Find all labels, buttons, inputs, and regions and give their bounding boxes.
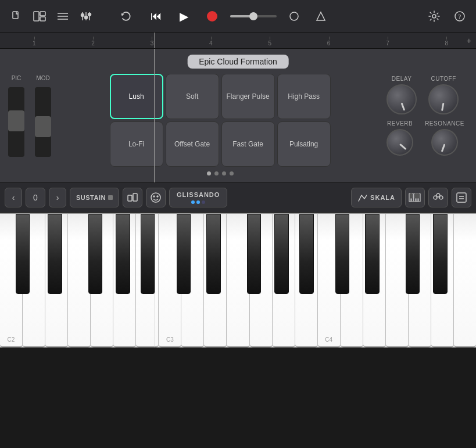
reverb-indicator <box>399 144 407 150</box>
svg-point-21 <box>153 196 155 197</box>
pad-dot-3[interactable] <box>222 171 226 175</box>
ruler-plus-button[interactable]: + <box>467 36 471 45</box>
toolbar-left <box>7 7 146 26</box>
cutoff-label: CUTOFF <box>431 76 456 82</box>
record-button[interactable] <box>202 6 222 26</box>
volume-thumb <box>249 12 257 20</box>
pad-pulsating[interactable]: Pulsating <box>277 121 331 167</box>
piano-view-button[interactable] <box>405 188 425 207</box>
black-key-gs2[interactable] <box>116 214 130 294</box>
black-key-cs3[interactable] <box>177 214 191 294</box>
left-sliders-panel: PIC MOD <box>0 69 59 163</box>
sustain-button[interactable]: SUSTAIN <box>70 188 119 207</box>
rewind-button[interactable]: ⏮ <box>146 6 166 26</box>
svg-rect-19 <box>133 193 137 201</box>
mod-slider[interactable] <box>35 87 51 157</box>
svg-rect-3 <box>40 17 45 21</box>
pad-soft[interactable]: Soft <box>166 74 219 119</box>
play-button[interactable]: ▶ <box>174 6 194 26</box>
ruler-mark-1: 1 <box>5 40 63 46</box>
black-key-cs4[interactable] <box>335 214 350 294</box>
resonance-knob[interactable] <box>431 129 458 156</box>
window-icon[interactable] <box>30 7 49 26</box>
reverb-label: REVERB <box>387 120 413 127</box>
pad-dot-4[interactable] <box>230 171 234 175</box>
settings2-button[interactable] <box>452 188 471 207</box>
tempo-icon[interactable] <box>312 7 330 26</box>
instrument-button[interactable] <box>123 188 142 207</box>
white-key-f3[interactable] <box>227 214 249 347</box>
white-key-f2[interactable] <box>68 214 91 347</box>
pad-offset-gate[interactable]: Offset Gate <box>166 121 219 167</box>
svg-rect-28 <box>410 193 412 198</box>
ruler-playhead <box>154 33 155 48</box>
glissando-dot-1 <box>191 200 195 204</box>
emoji-button[interactable] <box>146 188 166 207</box>
skala-button[interactable]: SKALA <box>351 188 402 207</box>
right-knobs-panel: DELAY CUTOFF REVERB RESONANCE <box>381 67 476 164</box>
octave-down-button[interactable]: ‹ <box>5 188 22 207</box>
volume-slider[interactable] <box>230 15 277 17</box>
black-key-ds3[interactable] <box>206 214 221 294</box>
undo-icon[interactable] <box>116 7 135 26</box>
skala-label: SKALA <box>370 194 395 201</box>
octave-up-button[interactable]: › <box>49 188 66 207</box>
pic-label: PIC <box>8 75 24 81</box>
preset-name[interactable]: Epic Cloud Formation <box>187 55 289 69</box>
reverb-knob[interactable] <box>386 129 413 156</box>
black-key-gs4[interactable] <box>433 214 448 294</box>
svg-marker-14 <box>317 12 325 20</box>
pad-dot-1[interactable] <box>207 171 211 175</box>
pad-flanger-pulse[interactable]: Flanger Pulse <box>221 74 275 119</box>
delay-knob[interactable] <box>386 84 417 114</box>
svg-point-22 <box>157 196 158 197</box>
ruler-mark-2: 2 <box>63 40 122 46</box>
black-key-gs3[interactable] <box>274 214 289 294</box>
document-icon[interactable] <box>7 7 26 26</box>
cutoff-indicator <box>441 103 444 111</box>
resonance-label: RESONANCE <box>425 120 464 127</box>
black-key-cs2[interactable] <box>16 214 30 294</box>
slider-labels: PIC MOD <box>8 75 51 81</box>
white-key-b4[interactable] <box>454 214 476 347</box>
cutoff-knob-group: CUTOFF <box>428 76 459 114</box>
knobs-top-row: DELAY CUTOFF <box>386 76 464 114</box>
mod-slider-thumb <box>35 116 51 137</box>
pic-slider[interactable] <box>8 87 24 157</box>
pad-lush[interactable]: Lush <box>110 74 163 119</box>
cutoff-knob[interactable] <box>428 84 459 114</box>
glissando-button[interactable]: GLISSANDO <box>169 188 227 207</box>
black-key-fs2[interactable] <box>88 214 103 294</box>
black-key-ds2[interactable] <box>48 214 62 294</box>
mixer-icon[interactable] <box>77 7 95 26</box>
pad-fast-gate[interactable]: Fast Gate <box>221 121 275 167</box>
reverb-knob-group: REVERB <box>386 120 413 156</box>
ruler-mark-3: 3 <box>123 40 181 46</box>
svg-point-13 <box>290 12 298 20</box>
ruler-marks: 1 2 3 4 5 6 7 8 <box>0 40 476 46</box>
black-key-fs3[interactable] <box>247 214 262 294</box>
settings-icon[interactable] <box>425 7 443 26</box>
white-key-f4[interactable] <box>386 214 409 347</box>
white-keys: C2 C3 C4 <box>0 214 476 347</box>
pad-lo-fi[interactable]: Lo-Fi <box>110 121 163 167</box>
glissando-dot-3 <box>202 200 205 204</box>
pad-grid-container: Lush Soft Flanger Pulse High Pass Lo-Fi … <box>59 51 381 181</box>
pad-high-pass[interactable]: High Pass <box>277 74 331 119</box>
black-key-as3[interactable] <box>299 214 314 294</box>
metronome-icon[interactable] <box>285 7 303 26</box>
list-icon[interactable] <box>53 7 72 26</box>
black-key-as2[interactable] <box>141 214 155 294</box>
black-key-fs4[interactable] <box>406 214 420 294</box>
help-icon[interactable]: ? <box>450 7 469 26</box>
sliders-row <box>8 87 51 157</box>
chord-button[interactable] <box>428 188 448 207</box>
black-key-ds4[interactable] <box>365 214 380 294</box>
svg-rect-2 <box>40 12 45 16</box>
octave-display: 0 <box>26 188 45 207</box>
resonance-indicator <box>441 144 446 152</box>
resonance-knob-group: RESONANCE <box>425 120 464 156</box>
bottom-controls-bar: ‹ 0 › SUSTAIN GLISSANDO SKALA <box>0 182 476 213</box>
main-area: Epic Cloud Formation PIC MOD Lush Soft F… <box>0 49 476 182</box>
pad-dot-2[interactable] <box>214 171 219 175</box>
